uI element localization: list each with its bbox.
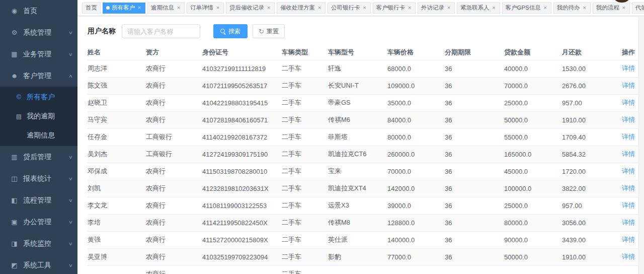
tab-2[interactable]: 逾期信息× bbox=[147, 3, 185, 14]
cell-installment-term: 36 bbox=[445, 94, 504, 111]
sidebar-item-system-mgmt[interactable]: ⚙系统管理∨ bbox=[0, 22, 77, 43]
column-header: 操作 bbox=[622, 45, 639, 60]
cell-vehicle-type: 二手车 bbox=[282, 111, 328, 128]
sidebar-item-office-mgmt[interactable]: ▣办公管理∨ bbox=[0, 211, 77, 233]
table-row: 任存金工商银行411402199208167372二手车菲斯塔80000.036… bbox=[88, 128, 639, 146]
cell-id-number: 41142119950822450X bbox=[202, 214, 282, 231]
cell-monthly-payment: 2676.00 bbox=[562, 77, 622, 94]
tab-5[interactable]: 催收处理方案× bbox=[277, 3, 326, 14]
tab-4[interactable]: 贷后催收记录× bbox=[226, 3, 275, 14]
tab-1[interactable]: 所有客户× bbox=[103, 3, 145, 14]
close-icon[interactable]: × bbox=[446, 5, 451, 11]
sidebar-item-my-overdue[interactable]: ▤我的逾期 bbox=[0, 107, 77, 126]
sidebar-item-system-tools[interactable]: ◩系统工具∨ bbox=[0, 254, 77, 274]
cell-vehicle-price: 70000.0 bbox=[387, 163, 445, 180]
close-icon[interactable]: × bbox=[266, 5, 271, 11]
cell-actions: 详情 bbox=[622, 94, 639, 111]
cell-monthly-payment: 3056.00 bbox=[562, 214, 622, 231]
tab-12[interactable]: 我的流程× bbox=[593, 3, 630, 14]
sidebar-item-customer-mgmt[interactable]: ☻客户管理∧ bbox=[0, 65, 77, 87]
cell-actions: 详情 bbox=[622, 60, 639, 77]
detail-link[interactable]: 详情 bbox=[622, 219, 635, 226]
close-icon[interactable]: × bbox=[621, 5, 626, 11]
sidebar-menu: ◉首页⚙系统管理∨▦业务管理∨☻客户管理∧©所有客户▤我的逾期逾期信息▥贷后管理… bbox=[0, 0, 77, 274]
chevron-down-icon: ∨ bbox=[68, 241, 73, 246]
cell-installment-term: 36 bbox=[445, 77, 504, 94]
detail-link[interactable]: 详情 bbox=[622, 167, 635, 175]
cell-vehicle-price: 140000.0 bbox=[387, 231, 445, 248]
sidebar-item-all-customers[interactable]: ©所有客户 bbox=[0, 88, 77, 107]
detail-link[interactable]: 详情 bbox=[622, 236, 635, 243]
detail-link[interactable]: 详情 bbox=[622, 99, 635, 106]
sidebar-item-overdue-info[interactable]: 逾期信息 bbox=[0, 126, 77, 145]
detail-link[interactable]: 详情 bbox=[622, 82, 635, 89]
cell-name: 邓保成 bbox=[88, 163, 146, 180]
detail-link[interactable]: 详情 bbox=[622, 184, 635, 192]
cell-vehicle-price: 77000.0 bbox=[387, 248, 445, 265]
close-icon[interactable]: × bbox=[215, 5, 220, 11]
detail-link[interactable]: 详情 bbox=[622, 201, 635, 209]
detail-link[interactable]: 详情 bbox=[622, 64, 635, 72]
cell-id-number: 411503198708280010 bbox=[202, 163, 282, 180]
cell-name: 周志洋 bbox=[88, 60, 146, 77]
close-icon[interactable]: × bbox=[543, 5, 548, 11]
tab-11[interactable]: 我的待办× bbox=[553, 3, 591, 14]
cell-name: 马守宾 bbox=[88, 111, 146, 128]
sidebar-item-process-mgmt[interactable]: ◧流程管理∨ bbox=[0, 189, 77, 211]
cell-id-number: 410422198803195415 bbox=[202, 94, 282, 111]
sidebar-item-postloan-mgmt[interactable]: ▥贷后管理∨ bbox=[0, 146, 77, 168]
close-icon[interactable]: × bbox=[317, 5, 322, 11]
tab-10[interactable]: 客户GPS信息× bbox=[502, 3, 551, 14]
cell-name: 吴刘杰 bbox=[88, 146, 146, 163]
tab-6[interactable]: 公司银行卡× bbox=[328, 3, 371, 14]
detail-link[interactable]: 详情 bbox=[622, 150, 635, 158]
sidebar-subitem-label: 所有客户 bbox=[27, 93, 55, 102]
reset-button[interactable]: ↻ 重置 bbox=[253, 24, 285, 38]
cell-actions: 详情 bbox=[622, 128, 639, 146]
search-button-label: 搜索 bbox=[228, 27, 240, 36]
sidebar-item-business-mgmt[interactable]: ▦业务管理∨ bbox=[0, 43, 77, 65]
customer-name-input[interactable] bbox=[122, 24, 200, 38]
detail-link[interactable]: 详情 bbox=[622, 116, 635, 123]
scrollbar[interactable] bbox=[638, 17, 644, 274]
cell-loan-amount: 90000.0 bbox=[504, 231, 562, 248]
cell-id-number: 41152720000215809X bbox=[202, 231, 282, 248]
cell-funder: 农商行 bbox=[146, 248, 202, 265]
close-icon[interactable]: × bbox=[176, 5, 181, 11]
search-button[interactable]: 搜索 bbox=[213, 24, 248, 38]
cell-vehicle-type: 二手车 bbox=[282, 77, 328, 94]
tab-0[interactable]: 首页 bbox=[82, 3, 101, 14]
column-header: 月还款 bbox=[562, 45, 622, 60]
tab-9[interactable]: 紧急联系人× bbox=[457, 3, 500, 14]
cell-name: 李文龙 bbox=[88, 197, 146, 214]
cell-installment-term: 36 bbox=[445, 111, 504, 128]
sidebar-item-system-monitor[interactable]: ◨系统监控∨ bbox=[0, 233, 77, 254]
detail-link[interactable]: 详情 bbox=[622, 253, 635, 260]
close-icon[interactable]: × bbox=[407, 5, 412, 11]
detail-link[interactable]: 详情 bbox=[622, 133, 635, 141]
sidebar-item-report-stats[interactable]: ◫报表统计∨ bbox=[0, 168, 77, 189]
close-icon[interactable]: × bbox=[492, 5, 497, 11]
tab-label: 我的流程 bbox=[596, 4, 619, 12]
cell-loan-amount: 25000.0 bbox=[504, 94, 562, 111]
cell-name: 刘凯 bbox=[88, 180, 146, 197]
cell-id-number: 410728198406160571 bbox=[202, 111, 282, 128]
home-icon: ◉ bbox=[10, 7, 19, 15]
cell-installment-term bbox=[445, 265, 504, 274]
cell-installment-term: 36 bbox=[445, 197, 504, 214]
sidebar-item-home[interactable]: ◉首页 bbox=[0, 0, 77, 22]
cell-vehicle-type: 二手车 bbox=[282, 146, 328, 163]
tab-7[interactable]: 客户银行卡× bbox=[373, 3, 416, 14]
search-form: 用户名称 搜索 ↻ 重置 bbox=[77, 16, 644, 45]
tab-8[interactable]: 外访记录× bbox=[418, 3, 455, 14]
close-icon[interactable]: × bbox=[362, 5, 367, 11]
tab-3[interactable]: 订单详情× bbox=[187, 3, 224, 14]
reset-button-label: 重置 bbox=[267, 27, 279, 36]
tools-icon: ◩ bbox=[10, 261, 19, 269]
cell-loan-amount: 25000.0 bbox=[504, 197, 562, 214]
tab-13[interactable]: 代签任务× bbox=[632, 3, 644, 14]
cell-vehicle-price: 80000.0 bbox=[387, 128, 445, 146]
close-icon[interactable]: × bbox=[137, 5, 142, 11]
tab-label: 催收处理方案 bbox=[280, 4, 315, 12]
close-icon[interactable]: × bbox=[582, 5, 587, 11]
